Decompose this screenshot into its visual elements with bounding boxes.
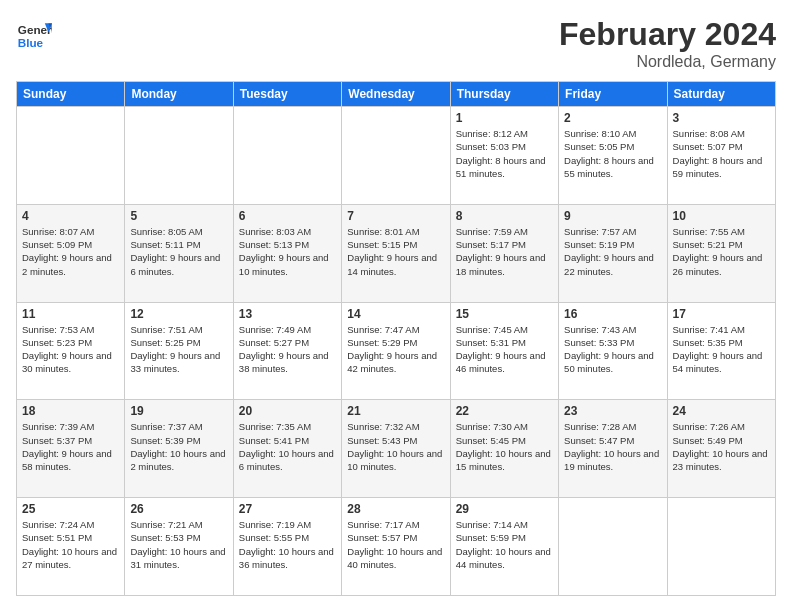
cell-info: Sunrise: 7:30 AM Sunset: 5:45 PM Dayligh… [456,420,553,473]
calendar-cell: 26Sunrise: 7:21 AM Sunset: 5:53 PM Dayli… [125,498,233,596]
cell-info: Sunrise: 7:35 AM Sunset: 5:41 PM Dayligh… [239,420,336,473]
calendar-cell: 8Sunrise: 7:59 AM Sunset: 5:17 PM Daylig… [450,204,558,302]
calendar-cell: 15Sunrise: 7:45 AM Sunset: 5:31 PM Dayli… [450,302,558,400]
calendar-cell: 17Sunrise: 7:41 AM Sunset: 5:35 PM Dayli… [667,302,775,400]
day-number: 4 [22,209,119,223]
cell-info: Sunrise: 7:57 AM Sunset: 5:19 PM Dayligh… [564,225,661,278]
day-number: 29 [456,502,553,516]
day-number: 7 [347,209,444,223]
calendar-cell: 3Sunrise: 8:08 AM Sunset: 5:07 PM Daylig… [667,107,775,205]
calendar-cell: 25Sunrise: 7:24 AM Sunset: 5:51 PM Dayli… [17,498,125,596]
cell-info: Sunrise: 7:28 AM Sunset: 5:47 PM Dayligh… [564,420,661,473]
calendar-cell: 7Sunrise: 8:01 AM Sunset: 5:15 PM Daylig… [342,204,450,302]
general-blue-icon: General Blue [16,16,52,52]
cell-info: Sunrise: 7:41 AM Sunset: 5:35 PM Dayligh… [673,323,770,376]
svg-text:Blue: Blue [18,36,44,49]
calendar-week: 25Sunrise: 7:24 AM Sunset: 5:51 PM Dayli… [17,498,776,596]
day-number: 21 [347,404,444,418]
calendar-cell [17,107,125,205]
day-number: 17 [673,307,770,321]
cell-info: Sunrise: 8:03 AM Sunset: 5:13 PM Dayligh… [239,225,336,278]
calendar-cell: 21Sunrise: 7:32 AM Sunset: 5:43 PM Dayli… [342,400,450,498]
cell-info: Sunrise: 7:26 AM Sunset: 5:49 PM Dayligh… [673,420,770,473]
calendar-cell [125,107,233,205]
days-of-week-row: SundayMondayTuesdayWednesdayThursdayFrid… [17,82,776,107]
day-number: 5 [130,209,227,223]
calendar-cell: 4Sunrise: 8:07 AM Sunset: 5:09 PM Daylig… [17,204,125,302]
calendar-week: 4Sunrise: 8:07 AM Sunset: 5:09 PM Daylig… [17,204,776,302]
calendar-cell: 22Sunrise: 7:30 AM Sunset: 5:45 PM Dayli… [450,400,558,498]
calendar-week: 1Sunrise: 8:12 AM Sunset: 5:03 PM Daylig… [17,107,776,205]
month-title: February 2024 [559,16,776,53]
calendar-cell: 1Sunrise: 8:12 AM Sunset: 5:03 PM Daylig… [450,107,558,205]
calendar-cell: 10Sunrise: 7:55 AM Sunset: 5:21 PM Dayli… [667,204,775,302]
calendar-cell: 28Sunrise: 7:17 AM Sunset: 5:57 PM Dayli… [342,498,450,596]
day-number: 24 [673,404,770,418]
day-number: 28 [347,502,444,516]
header: General Blue February 2024 Nordleda, Ger… [16,16,776,71]
calendar: SundayMondayTuesdayWednesdayThursdayFrid… [16,81,776,596]
day-of-week-header: Saturday [667,82,775,107]
calendar-cell: 2Sunrise: 8:10 AM Sunset: 5:05 PM Daylig… [559,107,667,205]
calendar-cell [342,107,450,205]
calendar-cell [559,498,667,596]
calendar-week: 18Sunrise: 7:39 AM Sunset: 5:37 PM Dayli… [17,400,776,498]
calendar-cell: 27Sunrise: 7:19 AM Sunset: 5:55 PM Dayli… [233,498,341,596]
cell-info: Sunrise: 8:01 AM Sunset: 5:15 PM Dayligh… [347,225,444,278]
cell-info: Sunrise: 7:55 AM Sunset: 5:21 PM Dayligh… [673,225,770,278]
calendar-cell: 18Sunrise: 7:39 AM Sunset: 5:37 PM Dayli… [17,400,125,498]
calendar-cell: 29Sunrise: 7:14 AM Sunset: 5:59 PM Dayli… [450,498,558,596]
cell-info: Sunrise: 7:49 AM Sunset: 5:27 PM Dayligh… [239,323,336,376]
day-number: 14 [347,307,444,321]
day-number: 19 [130,404,227,418]
cell-info: Sunrise: 8:12 AM Sunset: 5:03 PM Dayligh… [456,127,553,180]
day-number: 11 [22,307,119,321]
day-number: 9 [564,209,661,223]
day-number: 3 [673,111,770,125]
calendar-cell: 12Sunrise: 7:51 AM Sunset: 5:25 PM Dayli… [125,302,233,400]
calendar-cell: 16Sunrise: 7:43 AM Sunset: 5:33 PM Dayli… [559,302,667,400]
cell-info: Sunrise: 8:10 AM Sunset: 5:05 PM Dayligh… [564,127,661,180]
calendar-cell: 11Sunrise: 7:53 AM Sunset: 5:23 PM Dayli… [17,302,125,400]
cell-info: Sunrise: 8:07 AM Sunset: 5:09 PM Dayligh… [22,225,119,278]
calendar-cell: 20Sunrise: 7:35 AM Sunset: 5:41 PM Dayli… [233,400,341,498]
calendar-cell: 19Sunrise: 7:37 AM Sunset: 5:39 PM Dayli… [125,400,233,498]
day-number: 10 [673,209,770,223]
day-number: 1 [456,111,553,125]
title-block: February 2024 Nordleda, Germany [559,16,776,71]
cell-info: Sunrise: 7:43 AM Sunset: 5:33 PM Dayligh… [564,323,661,376]
cell-info: Sunrise: 7:17 AM Sunset: 5:57 PM Dayligh… [347,518,444,571]
calendar-cell: 24Sunrise: 7:26 AM Sunset: 5:49 PM Dayli… [667,400,775,498]
day-number: 13 [239,307,336,321]
day-number: 12 [130,307,227,321]
day-number: 16 [564,307,661,321]
cell-info: Sunrise: 7:21 AM Sunset: 5:53 PM Dayligh… [130,518,227,571]
cell-info: Sunrise: 7:45 AM Sunset: 5:31 PM Dayligh… [456,323,553,376]
location: Nordleda, Germany [559,53,776,71]
day-of-week-header: Thursday [450,82,558,107]
cell-info: Sunrise: 7:53 AM Sunset: 5:23 PM Dayligh… [22,323,119,376]
cell-info: Sunrise: 7:24 AM Sunset: 5:51 PM Dayligh… [22,518,119,571]
day-of-week-header: Monday [125,82,233,107]
calendar-cell: 6Sunrise: 8:03 AM Sunset: 5:13 PM Daylig… [233,204,341,302]
calendar-cell: 23Sunrise: 7:28 AM Sunset: 5:47 PM Dayli… [559,400,667,498]
day-number: 22 [456,404,553,418]
day-number: 2 [564,111,661,125]
cell-info: Sunrise: 7:47 AM Sunset: 5:29 PM Dayligh… [347,323,444,376]
cell-info: Sunrise: 7:37 AM Sunset: 5:39 PM Dayligh… [130,420,227,473]
cell-info: Sunrise: 8:08 AM Sunset: 5:07 PM Dayligh… [673,127,770,180]
day-of-week-header: Sunday [17,82,125,107]
day-number: 20 [239,404,336,418]
cell-info: Sunrise: 7:14 AM Sunset: 5:59 PM Dayligh… [456,518,553,571]
day-number: 25 [22,502,119,516]
cell-info: Sunrise: 8:05 AM Sunset: 5:11 PM Dayligh… [130,225,227,278]
calendar-cell [667,498,775,596]
calendar-cell: 14Sunrise: 7:47 AM Sunset: 5:29 PM Dayli… [342,302,450,400]
cell-info: Sunrise: 7:39 AM Sunset: 5:37 PM Dayligh… [22,420,119,473]
logo: General Blue [16,16,52,52]
day-number: 23 [564,404,661,418]
day-number: 15 [456,307,553,321]
day-of-week-header: Tuesday [233,82,341,107]
cell-info: Sunrise: 7:19 AM Sunset: 5:55 PM Dayligh… [239,518,336,571]
day-number: 8 [456,209,553,223]
